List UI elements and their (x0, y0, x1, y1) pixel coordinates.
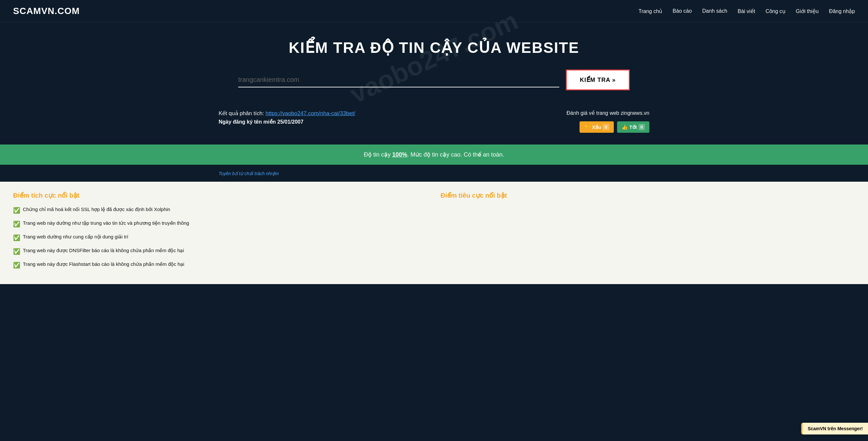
kiemtra-button[interactable]: KIỂM TRA » (566, 69, 630, 90)
trust-percent: 100% (392, 151, 407, 158)
nav-gioi-thieu[interactable]: Giới thiệu (796, 8, 819, 14)
nav-dang-nhap[interactable]: Đăng nhập (829, 8, 855, 14)
positive-text-5: Trang web này được Flashstart báo cáo là… (23, 261, 184, 268)
tot-label: Tốt (629, 124, 637, 130)
result-label: Kết quả phân tích: https://vaobo247.com/… (219, 110, 563, 117)
negative-title: Điểm tiêu cực nổi bật (440, 191, 855, 199)
xau-label: Xấu (592, 124, 601, 130)
positive-item-5: ✅ Trang web này được Flashstart báo cáo … (13, 261, 428, 270)
check-icon-2: ✅ (13, 220, 20, 229)
results-section: Kết quả phân tích: https://vaobo247.com/… (206, 110, 662, 145)
positive-title: Điểm tích cực nổi bật (13, 191, 428, 199)
analysis-section: Điểm tích cực nổi bật ✅ Chứng chỉ mã hoá… (0, 182, 868, 284)
disclaimer-link[interactable]: Tuyên bố từ chối trách nhiệm (219, 171, 279, 176)
nav-trang-chu[interactable]: Trang chủ (639, 8, 662, 14)
nav-danh-sach[interactable]: Danh sách (702, 8, 727, 14)
rating-buttons: 👎 Xấu 0 👍 Tốt 0 (580, 121, 649, 133)
rating-label: Đánh giá về trang web zingnews.vn (566, 110, 649, 116)
main-nav: Trang chủ Báo cáo Danh sách Bài viết Côn… (639, 8, 855, 14)
tot-count: 0 (639, 124, 645, 130)
trust-bar: Độ tin cậy 100%. Mức độ tin cậy cao. Có … (0, 145, 868, 165)
btn-tot[interactable]: 👍 Tốt 0 (617, 121, 649, 133)
hero-section: KIỂM TRA ĐỘ TIN CẬY CỦA WEBSITE KIỂM TRA… (0, 23, 868, 110)
result-date: Ngày đăng ký tên miền 25/01/2007 (219, 119, 563, 125)
positive-item-2: ✅ Trang web này dường như tập trung vào … (13, 220, 428, 229)
result-left: Kết quả phân tích: https://vaobo247.com/… (219, 110, 563, 125)
nav-bai-viet[interactable]: Bài viết (738, 8, 755, 14)
positive-text-3: Trang web dường như cung cấp nội dung gi… (23, 233, 128, 241)
positive-text-1: Chứng chỉ mã hoá kết nối SSL hợp lệ đã đ… (23, 206, 170, 213)
search-input-wrapper (238, 73, 559, 87)
xau-count: 0 (603, 124, 609, 130)
negative-col: Điểm tiêu cực nổi bật (440, 191, 855, 274)
nav-bao-cao[interactable]: Báo cáo (673, 8, 692, 14)
check-icon-4: ✅ (13, 247, 20, 256)
positive-col: Điểm tích cực nổi bật ✅ Chứng chỉ mã hoá… (13, 191, 428, 274)
hero-title: KIỂM TRA ĐỘ TIN CẬY CỦA WEBSITE (13, 39, 855, 56)
result-right: Đánh giá về trang web zingnews.vn 👎 Xấu … (566, 110, 649, 133)
disclaimer: Tuyên bố từ chối trách nhiệm (206, 168, 662, 182)
result-link[interactable]: https://vaobo247.com/nha-cai/33bet/ (266, 110, 355, 117)
trust-text-after: . Mức độ tin cậy cao. Có thể an toàn. (407, 151, 504, 158)
check-icon-5: ✅ (13, 261, 20, 270)
positive-text-2: Trang web này dường như tập trung vào ti… (23, 220, 189, 227)
search-input[interactable] (238, 76, 559, 84)
positive-item-1: ✅ Chứng chỉ mã hoá kết nối SSL hợp lệ đã… (13, 206, 428, 215)
positive-text-4: Trang web này được DNSFilter báo cáo là … (23, 247, 184, 254)
check-icon-1: ✅ (13, 206, 20, 215)
messenger-badge[interactable]: ScamVN trên Messenger! (801, 423, 868, 435)
search-bar: KIỂM TRA » (238, 69, 630, 90)
positive-item-3: ✅ Trang web dường như cung cấp nội dung … (13, 233, 428, 242)
check-icon-3: ✅ (13, 233, 20, 242)
nav-cong-cu[interactable]: Công cụ (766, 8, 785, 14)
thumbs-up-icon: 👍 (622, 124, 628, 130)
thumbs-down-icon: 👎 (584, 124, 590, 130)
positive-item-4: ✅ Trang web này được DNSFilter báo cáo l… (13, 247, 428, 256)
btn-xau[interactable]: 👎 Xấu 0 (580, 121, 614, 133)
trust-text-before: Độ tin cậy (364, 151, 392, 158)
logo: SCAMVN.COM (13, 6, 80, 16)
header: SCAMVN.COM Trang chủ Báo cáo Danh sách B… (0, 0, 868, 23)
